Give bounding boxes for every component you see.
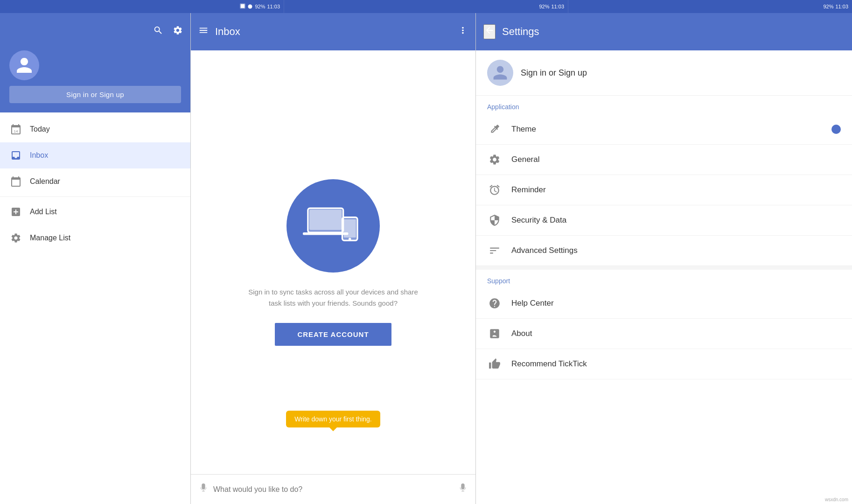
mic-icon-left[interactable]: [198, 483, 209, 496]
create-account-button[interactable]: CREATE ACCOUNT: [275, 323, 391, 346]
about-icon: [487, 326, 502, 341]
hamburger-button[interactable]: [198, 25, 209, 38]
panel-inbox: Inbox Sign in to sync tasks across all: [190, 13, 476, 504]
more-button-inbox[interactable]: [458, 25, 468, 38]
svg-rect-5: [309, 210, 342, 230]
time-panel1: 11:03: [267, 4, 280, 9]
panel-settings: Settings Sign in or Sign up Application …: [476, 13, 852, 504]
calendar-icon: [9, 175, 22, 188]
nav-calendar-label: Calendar: [30, 177, 60, 186]
recommend-label: Recommend TickTick: [511, 359, 841, 369]
mic-icon-right[interactable]: [458, 483, 468, 496]
nav-inbox[interactable]: Inbox: [0, 142, 190, 168]
thumbup-icon: [487, 357, 502, 371]
settings-content: Sign in or Sign up Application Theme Gen…: [476, 50, 852, 504]
sync-description: Sign in to sync tasks across all your de…: [244, 287, 422, 309]
signin-button[interactable]: Sign in or Sign up: [9, 86, 181, 103]
time-panel2: 11:03: [551, 4, 564, 9]
theme-toggle[interactable]: [831, 125, 841, 134]
reminder-icon: [487, 182, 502, 197]
nav-today-label: Today: [30, 125, 50, 133]
inbox-title: Inbox: [215, 26, 451, 38]
status-bar-panel3: 92% 11:03: [568, 0, 852, 13]
status-bar-panel2: 92% 11:03: [284, 0, 568, 13]
inbox-bottom-bar: [191, 474, 475, 504]
settings-item-general[interactable]: General: [476, 145, 852, 175]
settings-item-security[interactable]: Security & Data: [476, 205, 852, 236]
settings-avatar: [487, 60, 513, 86]
tooltip-bubble: Write down your first thing.: [286, 411, 380, 427]
settings-item-about[interactable]: About: [476, 319, 852, 349]
battery-panel2: 92%: [539, 4, 549, 9]
svg-rect-8: [344, 219, 356, 237]
svg-text:14: 14: [14, 129, 18, 133]
inbox-content: Sign in to sync tasks across all your de…: [191, 50, 475, 474]
settings-item-reminder[interactable]: Reminder: [476, 175, 852, 205]
security-icon: [487, 213, 502, 228]
section-label-application: Application: [476, 96, 852, 114]
task-input[interactable]: [213, 485, 453, 494]
inbox-topbar: Inbox: [191, 13, 475, 50]
theme-label: Theme: [511, 125, 822, 134]
settings-button[interactable]: [173, 25, 183, 38]
nav-calendar[interactable]: Calendar: [0, 168, 190, 195]
device-illustration: [286, 179, 380, 273]
nav-items: 14 Today Inbox Calendar: [0, 112, 190, 504]
about-label: About: [511, 329, 841, 338]
sidebar-topbar: [0, 13, 190, 50]
battery-panel3: 92%: [823, 4, 833, 9]
add-list-label: Add List: [30, 208, 57, 216]
status-icons-panel1: [239, 3, 253, 10]
avatar: [9, 50, 39, 80]
status-bar-panel1: 92% 11:03: [0, 0, 284, 13]
theme-icon: [487, 122, 502, 137]
settings-title: Settings: [502, 26, 539, 38]
general-icon: [487, 152, 502, 167]
settings-item-help[interactable]: Help Center: [476, 288, 852, 319]
settings-profile[interactable]: Sign in or Sign up: [476, 50, 852, 96]
back-button[interactable]: [483, 24, 496, 39]
settings-topbar: Settings: [476, 13, 852, 50]
general-label: General: [511, 155, 841, 164]
avatar-section: Sign in or Sign up: [0, 50, 190, 112]
settings-divider: [476, 266, 852, 270]
calendar-today-icon: 14: [9, 123, 22, 136]
help-icon: [487, 296, 502, 311]
nav-manage-list[interactable]: Manage List: [0, 225, 190, 251]
nav-inbox-label: Inbox: [30, 151, 48, 160]
nav-add-list[interactable]: Add List: [0, 199, 190, 225]
status-bars-row: 92% 11:03 92% 11:03 92% 11:03: [0, 0, 852, 13]
reminder-label: Reminder: [511, 185, 841, 195]
nav-today[interactable]: 14 Today: [0, 116, 190, 142]
svg-point-9: [349, 238, 351, 240]
settings-item-theme[interactable]: Theme: [476, 114, 852, 145]
time-panel3: 11:03: [835, 4, 848, 9]
search-button[interactable]: [153, 25, 163, 38]
advanced-label: Advanced Settings: [511, 246, 841, 255]
nav-divider: [0, 196, 190, 197]
panels-container: Sign in or Sign up 14 Today Inbox Cal: [0, 13, 852, 504]
settings-item-advanced[interactable]: Advanced Settings: [476, 236, 852, 266]
security-label: Security & Data: [511, 216, 841, 225]
svg-rect-1: [241, 4, 244, 8]
advanced-icon: [487, 243, 502, 258]
settings-item-recommend[interactable]: Recommend TickTick: [476, 349, 852, 379]
watermark: wsxdn.com: [825, 497, 848, 502]
svg-point-2: [248, 5, 252, 9]
battery-panel1: 92%: [255, 4, 265, 9]
section-label-support: Support: [476, 270, 852, 288]
add-icon: [9, 205, 22, 218]
settings-profile-label: Sign in or Sign up: [521, 68, 587, 78]
inbox-icon: [9, 149, 22, 162]
manage-icon: [9, 231, 22, 245]
panel-sidebar: Sign in or Sign up 14 Today Inbox Cal: [0, 13, 190, 504]
help-label: Help Center: [511, 299, 841, 308]
manage-list-label: Manage List: [30, 234, 70, 242]
